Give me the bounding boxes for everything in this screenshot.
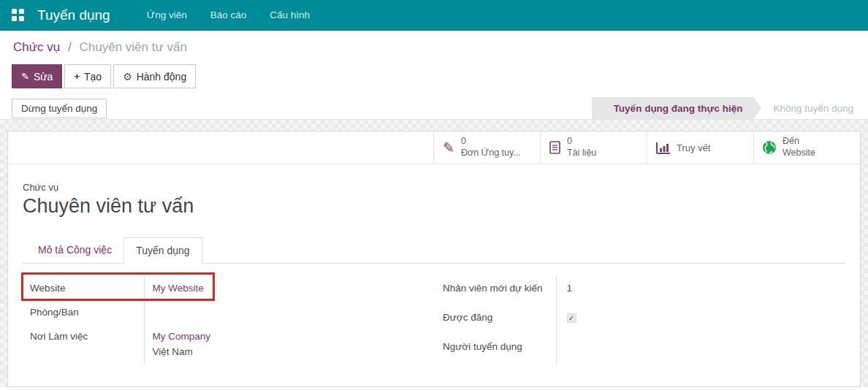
record-type-label: Chức vụ [23,182,845,193]
page-title: Chuyên viên tư vấn [23,195,845,218]
stage-bar: Tuyển dụng đang thực hiện Không tuyển dụ… [592,97,861,120]
documents-count: 0 [567,136,596,148]
document-icon [549,141,560,154]
right-field-group: Nhân viên mới dự kiến 1 Được đăng ✓ Ngườ… [443,276,728,364]
applications-label: Đơn Ứng tuy... [461,148,521,159]
website-field-label: Website [30,276,144,300]
workplace-country-value: Việt Nam [153,346,367,357]
apps-grid-icon[interactable] [12,9,24,21]
app-title[interactable]: Tuyển dụng [37,7,110,23]
stage-not-recruiting[interactable]: Không tuyển dụng [761,103,861,114]
documents-stat-button[interactable]: 0 Tài liệu [540,131,647,164]
department-field-value [144,300,366,324]
pencil-icon: ✎ [21,71,29,82]
breadcrumb-separator: / [68,40,72,54]
go-to-website-button[interactable]: Đến Website [753,131,860,164]
control-panel: Chức vụ / Chuyên viên tư vấn ✎ Sửa + Tạo… [0,31,868,97]
trace-label: Truy vết [677,142,710,153]
trace-stat-button[interactable]: Truy vết [647,131,753,164]
expected-employees-value: 1 [556,276,728,305]
form-fields-area: Website My Website Phòng/Ban Nơi Làm việ… [23,276,845,364]
field-row-recruiter: Người tuyển dụng [443,334,728,364]
field-row-expected-employees: Nhân viên mới dự kiến 1 [443,276,728,305]
workplace-company-value[interactable]: My Company [153,331,211,342]
nav-item-bao-cao[interactable]: Báo cáo [199,0,259,31]
edit-button[interactable]: ✎ Sửa [12,64,62,88]
gear-icon: ⚙ [123,71,132,83]
plus-icon: + [74,71,80,82]
website-field-value[interactable]: My Website [153,283,204,294]
website-label: Website [783,148,815,159]
workplace-field-label: Nơi Làm việc [30,324,144,364]
create-button[interactable]: + Tạo [64,64,111,88]
field-row-published: Được đăng ✓ [443,305,728,334]
stage-recruitment-in-progress[interactable]: Tuyển dụng đang thực hiện [592,97,762,120]
published-field-label: Được đăng [443,305,556,334]
tab-job-description[interactable]: Mô tả Công việc [26,237,123,264]
button-row: ✎ Sửa + Tạo ⚙ Hành động [12,64,856,88]
stat-button-strip: ✎ 0 Đơn Ứng tuy... 0 Tài liệu [8,131,860,164]
tab-recruitment[interactable]: Tuyển dụng [123,237,202,264]
breadcrumb-current: Chuyên viên tư vấn [80,40,187,54]
action-menu-button[interactable]: ⚙ Hành động [113,64,196,88]
form-sheet: Chức vụ Chuyên viên tư vấn Mô tả Công vi… [8,164,860,364]
field-row-workplace: Nơi Làm việc My Company Việt Nam [30,324,366,364]
stop-recruitment-button[interactable]: Dừng tuyển dụng [12,99,107,118]
notebook-tabs: Mô tả Công việc Tuyển dụng [23,237,845,264]
globe-icon [763,141,776,154]
breadcrumb: Chức vụ / Chuyên viên tư vấn [13,40,856,55]
applications-count: 0 [461,136,521,148]
breadcrumb-parent-link[interactable]: Chức vụ [13,40,60,54]
recruiter-field-label: Người tuyển dụng [443,334,556,364]
department-field-label: Phòng/Ban [30,300,144,324]
recruiter-field-value [556,334,728,364]
field-row-website: Website My Website [30,276,366,300]
field-row-department: Phòng/Ban [30,300,366,324]
check-icon: ✓ [568,315,574,322]
content-background: ✎ 0 Đơn Ứng tuy... 0 Tài liệu [0,120,868,387]
go-to-prefix: Đến [783,136,815,148]
published-checkbox[interactable]: ✓ [567,313,576,323]
form-card: ✎ 0 Đơn Ứng tuy... 0 Tài liệu [7,131,861,387]
status-strip: Dừng tuyển dụng Tuyển dụng đang thực hiệ… [0,97,868,120]
top-navbar: Tuyển dụng Ứng viên Báo cáo Cấu hình [0,0,868,31]
pencil-icon: ✎ [443,139,454,156]
applications-stat-button[interactable]: ✎ 0 Đơn Ứng tuy... [433,131,540,164]
chart-icon [656,142,670,154]
nav-item-ung-vien[interactable]: Ứng viên [135,0,199,31]
nav-item-cau-hinh[interactable]: Cấu hình [258,0,321,31]
documents-label: Tài liệu [567,148,596,159]
left-field-group: Website My Website Phòng/Ban Nơi Làm việ… [30,276,366,364]
expected-employees-label: Nhân viên mới dự kiến [443,276,556,305]
